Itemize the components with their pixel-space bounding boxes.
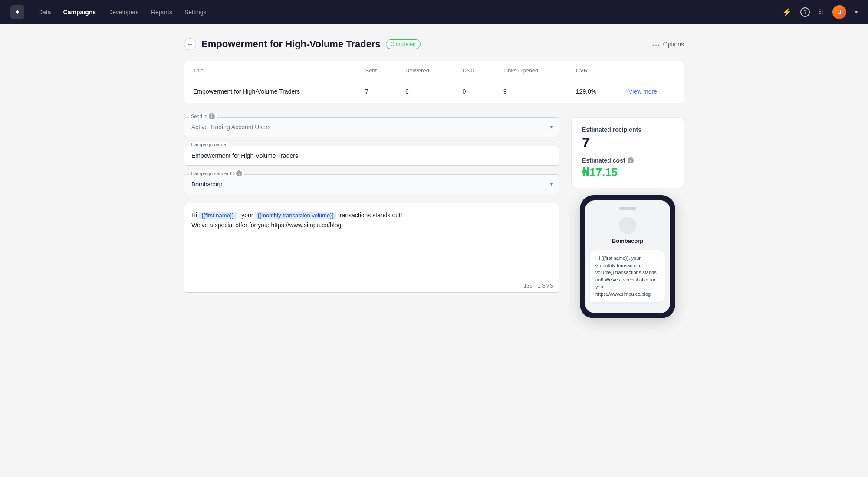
avatar-chevron[interactable]: ▾	[855, 9, 858, 15]
send-to-label: Send to i	[189, 113, 217, 119]
phone-notch	[619, 207, 636, 210]
estimate-card: Estimated recipients 7 Estimated cost i …	[571, 117, 684, 188]
phone-bubble: Hi {{first name}}, your {{monthly transa…	[590, 250, 665, 302]
cell-cvr: 129.0%	[567, 80, 620, 103]
campaign-stats-table: Title Sent Delivered DND Links Opened CV…	[184, 61, 684, 103]
col-title: Title	[184, 61, 356, 80]
col-links-opened: Links Opened	[495, 61, 567, 80]
nav-data[interactable]: Data	[38, 9, 51, 16]
phone-mockup: Bombacorp Hi {{first name}}, your {{mont…	[580, 195, 675, 318]
nav-right: ⚡ ? ⠿ U ▾	[782, 5, 858, 19]
col-cvr: CVR	[567, 61, 620, 80]
nav-settings[interactable]: Settings	[184, 9, 207, 16]
cell-links-opened: 9	[495, 80, 567, 103]
cost-label: Estimated cost i	[582, 157, 673, 164]
back-button[interactable]: ←	[184, 38, 196, 50]
cost-value: ₦17.15	[582, 166, 673, 179]
cell-sent: 7	[356, 80, 397, 103]
sender-id-info-icon[interactable]: i	[236, 170, 242, 176]
page-header: ← Empowerment for High-Volume Traders Co…	[184, 38, 684, 50]
sms-char-count: 136	[524, 283, 533, 289]
sms-text-rest: transactions stands out!	[338, 212, 402, 219]
sms-footer: 136 1 SMS	[184, 279, 559, 293]
phone-sender-name: Bombacorp	[590, 238, 665, 244]
form-section: Send to i Active Trading Account Users ▾…	[184, 117, 684, 318]
grid-icon[interactable]: ⠿	[819, 8, 824, 16]
cell-title: Empowerment for High-Volume Traders	[184, 80, 356, 103]
send-to-field: Send to i Active Trading Account Users ▾	[184, 117, 559, 137]
sms-text-area[interactable]: Hi {{first name}} , your {{monthly trans…	[184, 203, 559, 281]
col-delivered: Delivered	[397, 61, 454, 80]
bolt-icon[interactable]: ⚡	[782, 7, 792, 17]
send-to-info-icon[interactable]: i	[209, 113, 215, 119]
main-content: ← Empowerment for High-Volume Traders Co…	[174, 24, 694, 332]
cell-dnd: 0	[454, 80, 495, 103]
recipients-label: Estimated recipients	[582, 126, 673, 133]
options-dots-icon: ···	[652, 39, 661, 49]
nav-links: Data Campaigns Developers Reports Settin…	[38, 9, 768, 16]
phone-screen: Bombacorp Hi {{first name}}, your {{mont…	[585, 200, 670, 313]
logo[interactable]: ✦	[10, 5, 24, 19]
campaign-name-input[interactable]	[184, 146, 559, 166]
nav-campaigns[interactable]: Campaigns	[63, 9, 96, 16]
view-more-link[interactable]: View more	[628, 88, 657, 95]
sms-tag-monthly[interactable]: {{monthly transaction volume}}	[255, 212, 336, 219]
nav-reports[interactable]: Reports	[151, 9, 172, 16]
table-row: Empowerment for High-Volume Traders 7 6 …	[184, 80, 684, 103]
sms-tag-first-name[interactable]: {{first name}}	[199, 212, 236, 219]
campaign-name-label: Campaign name	[189, 142, 228, 147]
col-action	[620, 61, 684, 80]
col-sent: Sent	[356, 61, 397, 80]
cell-delivered: 6	[397, 80, 454, 103]
navbar: ✦ Data Campaigns Developers Reports Sett…	[0, 0, 868, 24]
sms-text-comma: , your	[238, 212, 255, 219]
options-button[interactable]: ··· Options	[652, 39, 684, 49]
sender-id-label: Campaign sender ID i	[189, 170, 244, 176]
help-icon[interactable]: ?	[800, 7, 810, 17]
form-right: Estimated recipients 7 Estimated cost i …	[571, 117, 684, 318]
col-dnd: DND	[454, 61, 495, 80]
campaign-name-field: Campaign name	[184, 146, 559, 166]
sms-composer: Hi {{first name}} , your {{monthly trans…	[184, 203, 559, 293]
avatar[interactable]: U	[832, 5, 846, 19]
page-header-left: ← Empowerment for High-Volume Traders Co…	[184, 38, 421, 50]
sms-text-offer: We've a special offer for you: https://w…	[191, 222, 341, 229]
sms-text-hi: Hi	[191, 212, 199, 219]
sms-count: 1 SMS	[538, 283, 553, 289]
send-to-select[interactable]: Active Trading Account Users	[184, 117, 559, 137]
nav-developers[interactable]: Developers	[108, 9, 139, 16]
recipients-count: 7	[582, 135, 673, 151]
sender-id-select[interactable]: Bombacorp	[184, 174, 559, 194]
cost-info-icon[interactable]: i	[628, 157, 634, 163]
page-title: Empowerment for High-Volume Traders	[201, 39, 381, 50]
phone-sender-icon	[619, 217, 636, 234]
status-badge: Completed	[386, 39, 421, 49]
options-label: Options	[663, 41, 684, 48]
form-left: Send to i Active Trading Account Users ▾…	[184, 117, 559, 293]
sender-id-field: Campaign sender ID i Bombacorp ▾	[184, 174, 559, 194]
